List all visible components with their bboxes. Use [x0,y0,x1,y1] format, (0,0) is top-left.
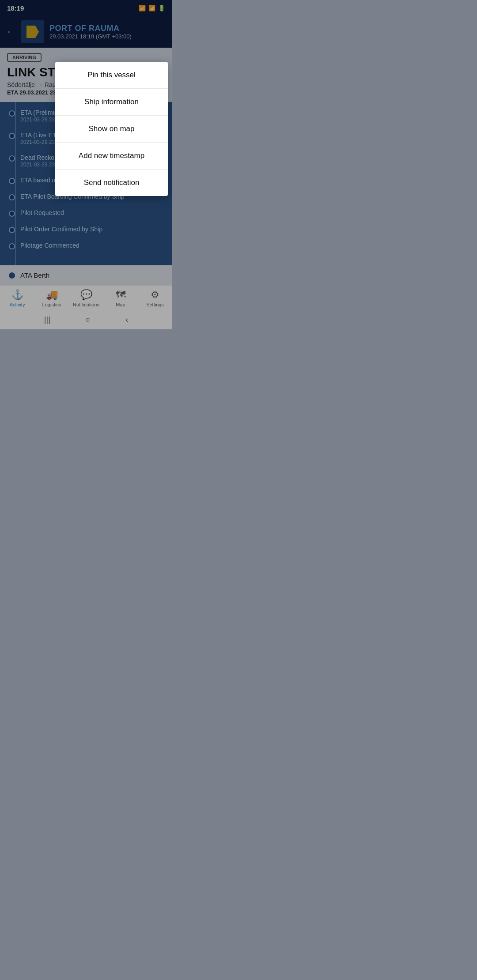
dropdown-menu: Pin this vesselShip informationShow on m… [55,62,168,196]
dropdown-item-ship-information[interactable]: Ship information [55,89,168,116]
dropdown-item-send-notification[interactable]: Send notification [55,170,168,196]
dropdown-item-add-new-timestamp[interactable]: Add new timestamp [55,143,168,170]
dropdown-item-show-on-map[interactable]: Show on map [55,116,168,143]
dropdown-item-pin-this-vessel[interactable]: Pin this vessel [55,62,168,89]
